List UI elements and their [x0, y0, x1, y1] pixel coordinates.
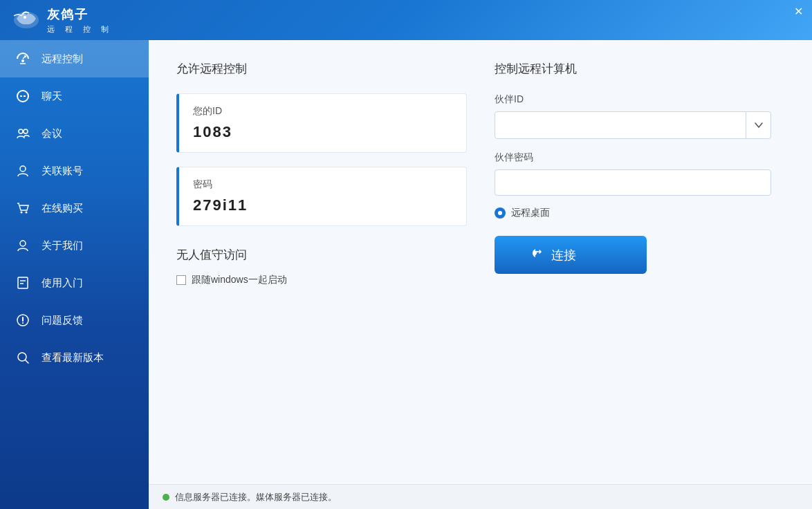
svg-rect-10 — [18, 277, 28, 288]
radio-inner-dot — [498, 211, 502, 215]
remote-control-icon — [14, 50, 32, 68]
chevron-down-icon — [755, 122, 763, 128]
partner-id-dropdown-button[interactable] — [746, 112, 771, 138]
startup-checkbox-label: 跟随windows一起启动 — [192, 274, 287, 286]
svg-point-12 — [22, 322, 24, 324]
sidebar-label-linked-account: 关联账号 — [41, 165, 83, 178]
feedback-icon — [14, 311, 32, 329]
partner-id-input-wrap — [495, 111, 771, 139]
connect-icon — [529, 246, 544, 264]
sidebar-item-chat[interactable]: 聊天 — [0, 77, 149, 115]
connect-button[interactable]: 连接 — [495, 236, 647, 274]
password-box: 密码 279i11 — [176, 167, 467, 226]
startup-checkbox-row[interactable]: 跟随windows一起启动 — [176, 274, 467, 286]
search-icon — [14, 349, 32, 367]
remote-desktop-label: 远程桌面 — [511, 207, 550, 219]
startup-checkbox[interactable] — [176, 275, 186, 285]
control-remote-title: 控制远程计算机 — [495, 61, 771, 77]
svg-point-4 — [19, 129, 23, 133]
svg-point-5 — [24, 129, 28, 133]
main-content: 允许远程控制 您的ID 1083 密码 279i11 无人值守访问 跟随wind… — [149, 40, 812, 509]
remote-desktop-radio-row[interactable]: 远程桌面 — [495, 207, 771, 219]
sidebar-item-meeting[interactable]: 会议 — [0, 115, 149, 152]
sidebar-label-meeting: 会议 — [41, 127, 62, 140]
svg-point-9 — [20, 241, 26, 246]
linked-account-icon — [14, 162, 32, 180]
svg-point-6 — [20, 166, 26, 172]
chat-icon — [14, 87, 32, 105]
your-id-label: 您的ID — [193, 105, 452, 118]
sidebar-label-feedback: 问题反馈 — [41, 314, 83, 327]
sidebar-item-remote-control[interactable]: 远程控制 — [0, 40, 149, 77]
partner-pwd-input[interactable] — [495, 169, 771, 196]
getting-started-icon — [14, 274, 32, 292]
right-panel: 控制远程计算机 伙伴ID 伙伴密码 远程桌面 — [495, 61, 771, 470]
remote-desktop-radio[interactable] — [495, 207, 506, 219]
svg-point-1 — [24, 16, 26, 19]
status-bar: 信息服务器已连接。媒体服务器已连接。 — [149, 484, 812, 509]
logo-area: 灰鸽子 远 程 控 制 — [11, 6, 113, 35]
unattended-title: 无人值守访问 — [176, 247, 467, 263]
app-title: 灰鸽子 — [47, 6, 113, 23]
svg-point-8 — [26, 212, 28, 214]
sidebar-label-chat: 聊天 — [41, 90, 62, 103]
svg-point-2 — [21, 59, 24, 62]
left-panel: 允许远程控制 您的ID 1083 密码 279i11 无人值守访问 跟随wind… — [176, 61, 467, 470]
your-id-box: 您的ID 1083 — [176, 93, 467, 153]
partner-id-label: 伙伴ID — [495, 93, 771, 106]
sidebar-item-getting-started[interactable]: 使用入门 — [0, 264, 149, 302]
sidebar: 远程控制 聊天 会议 关联账号 — [0, 40, 149, 509]
svg-point-7 — [21, 212, 23, 214]
sidebar-label-getting-started: 使用入门 — [41, 277, 83, 290]
sidebar-item-check-update[interactable]: 查看最新版本 — [0, 339, 149, 376]
partner-id-input[interactable] — [495, 113, 746, 138]
status-message: 信息服务器已连接。媒体服务器已连接。 — [175, 491, 337, 503]
meeting-icon — [14, 124, 32, 142]
sidebar-label-online-shop: 在线购买 — [41, 202, 83, 215]
app-subtitle: 远 程 控 制 — [47, 24, 113, 35]
sidebar-label-check-update: 查看最新版本 — [41, 351, 104, 364]
connect-button-label: 连接 — [551, 247, 576, 263]
header: 灰鸽子 远 程 控 制 ✕ — [0, 0, 812, 40]
close-button[interactable]: ✕ — [790, 3, 806, 19]
about-icon — [14, 237, 32, 254]
password-label: 密码 — [193, 178, 452, 191]
svg-point-3 — [17, 91, 28, 102]
sidebar-item-online-shop[interactable]: 在线购买 — [0, 189, 149, 227]
logo-text: 灰鸽子 远 程 控 制 — [47, 6, 113, 35]
sidebar-item-about-us[interactable]: 关于我们 — [0, 227, 149, 264]
status-indicator — [163, 494, 169, 501]
sidebar-label-about-us: 关于我们 — [41, 239, 83, 252]
partner-pwd-label: 伙伴密码 — [495, 151, 771, 164]
sidebar-item-feedback[interactable]: 问题反馈 — [0, 302, 149, 339]
shopping-cart-icon — [14, 199, 32, 217]
your-id-value: 1083 — [193, 123, 452, 141]
allow-remote-title: 允许远程控制 — [176, 61, 467, 77]
sidebar-item-linked-account[interactable]: 关联账号 — [0, 152, 149, 189]
sidebar-label-remote-control: 远程控制 — [41, 53, 83, 66]
content-area: 允许远程控制 您的ID 1083 密码 279i11 无人值守访问 跟随wind… — [149, 40, 812, 484]
password-value: 279i11 — [193, 196, 452, 214]
logo-bird-icon — [11, 6, 41, 34]
